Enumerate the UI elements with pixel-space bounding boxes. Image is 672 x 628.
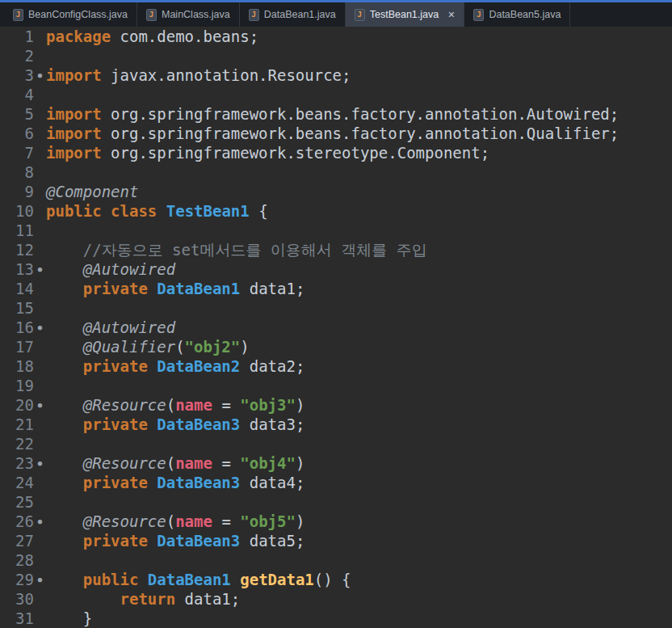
code-text: @Resource(name = "obj4") bbox=[46, 453, 672, 473]
code-line[interactable]: 31 } bbox=[0, 609, 672, 628]
code-line[interactable]: 21 private DataBean3 data3; bbox=[0, 415, 672, 434]
code-line[interactable]: 23● @Resource(name = "obj4") bbox=[0, 453, 672, 473]
line-number: 4 bbox=[0, 85, 34, 104]
code-text bbox=[46, 376, 672, 395]
line-number: 2 bbox=[0, 46, 34, 65]
tab-testbean1-java[interactable]: JTestBean1.java✕ bbox=[346, 2, 465, 27]
gutter-dot-icon[interactable]: ● bbox=[34, 395, 46, 415]
token-keyword: private bbox=[83, 415, 148, 433]
ide-window: JBeanConfigClass.javaJMainClass.javaJDat… bbox=[0, 0, 672, 628]
gutter-dot-icon[interactable]: ● bbox=[34, 512, 46, 531]
tab-databean5-java[interactable]: JDataBean5.java bbox=[464, 2, 570, 27]
code-line[interactable]: 18 private DataBean2 data2; bbox=[0, 356, 672, 376]
code-text bbox=[46, 162, 672, 182]
token-plain-text bbox=[46, 532, 83, 550]
code-text: @Component bbox=[46, 182, 672, 201]
code-editor[interactable]: 1package com.demo.beans;23●import javax.… bbox=[0, 27, 672, 628]
code-text: private DataBean3 data5; bbox=[46, 531, 672, 550]
tab-mainclass-java[interactable]: JMainClass.java bbox=[137, 2, 240, 27]
code-line[interactable]: 3●import javax.annotation.Resource; bbox=[0, 65, 672, 85]
code-line[interactable]: 14 private DataBean1 data1; bbox=[0, 279, 672, 298]
code-line[interactable]: 11 bbox=[0, 221, 672, 240]
token-plain-text: ) bbox=[296, 512, 304, 530]
token-plain-text: data5; bbox=[240, 532, 304, 550]
code-line[interactable]: 26● @Resource(name = "obj5") bbox=[0, 512, 672, 531]
code-line[interactable]: 5import org.springframework.beans.factor… bbox=[0, 104, 672, 124]
token-plain-text: data1; bbox=[175, 590, 240, 608]
line-number: 31 bbox=[0, 609, 34, 628]
code-text bbox=[46, 550, 672, 570]
code-line[interactable]: 12 //자동으로 set메서드를 이용해서 객체를 주입 bbox=[0, 240, 672, 259]
code-line[interactable]: 6import org.springframework.beans.factor… bbox=[0, 124, 672, 143]
token-plain-text: ( bbox=[166, 396, 175, 414]
gutter-spacer bbox=[34, 221, 46, 240]
token-plain-text bbox=[148, 474, 157, 491]
code-text: } bbox=[46, 609, 672, 628]
gutter-spacer bbox=[34, 415, 46, 434]
gutter-spacer bbox=[34, 550, 46, 570]
code-line[interactable]: 29● public DataBean1 getData1() { bbox=[0, 570, 672, 589]
tab-databean1-java[interactable]: JDataBean1.java bbox=[240, 2, 346, 27]
token-plain-text: javax.annotation.Resource; bbox=[102, 66, 351, 84]
token-plain-text: data1; bbox=[240, 280, 304, 297]
line-number: 1 bbox=[0, 27, 34, 46]
code-line[interactable]: 24 private DataBean3 data4; bbox=[0, 473, 672, 492]
token-annotation: @Component bbox=[46, 183, 138, 200]
line-number: 14 bbox=[0, 279, 34, 298]
token-annotation: @Resource bbox=[83, 454, 166, 472]
code-line[interactable]: 2 bbox=[0, 46, 672, 65]
code-line[interactable]: 13● @Autowired bbox=[0, 259, 672, 279]
code-line[interactable]: 25 bbox=[0, 492, 672, 512]
token-plain-text: ) bbox=[296, 396, 304, 414]
line-number: 26 bbox=[0, 512, 34, 531]
line-number: 13 bbox=[0, 259, 34, 279]
code-line[interactable]: 9@Component bbox=[0, 182, 672, 201]
code-line[interactable]: 17 @Qualifier("obj2") bbox=[0, 337, 672, 356]
code-text bbox=[46, 434, 672, 453]
code-line[interactable]: 27 private DataBean3 data5; bbox=[0, 531, 672, 550]
token-attr-name: name bbox=[175, 396, 212, 414]
code-line[interactable]: 4 bbox=[0, 85, 672, 104]
code-line[interactable]: 1package com.demo.beans; bbox=[0, 27, 672, 46]
code-line[interactable]: 30 return data1; bbox=[0, 589, 672, 609]
line-number: 12 bbox=[0, 240, 34, 259]
code-text bbox=[46, 492, 672, 512]
line-number: 20 bbox=[0, 395, 34, 415]
token-string-literal: "obj2" bbox=[185, 338, 241, 356]
token-keyword: import bbox=[46, 124, 102, 142]
code-line[interactable]: 19 bbox=[0, 376, 672, 395]
gutter-dot-icon[interactable]: ● bbox=[34, 570, 46, 589]
line-number: 11 bbox=[0, 221, 34, 240]
token-string-literal: "obj3" bbox=[240, 396, 296, 414]
token-plain-text: data3; bbox=[240, 415, 304, 433]
line-number: 24 bbox=[0, 473, 34, 492]
code-text: @Resource(name = "obj3") bbox=[46, 395, 672, 415]
code-line[interactable]: 10public class TestBean1 { bbox=[0, 201, 672, 221]
code-line[interactable]: 7import org.springframework.stereotype.C… bbox=[0, 143, 672, 162]
gutter-dot-icon[interactable]: ● bbox=[34, 259, 46, 279]
close-icon[interactable]: ✕ bbox=[447, 11, 455, 19]
tab-beanconfigclass-java[interactable]: JBeanConfigClass.java bbox=[4, 2, 137, 27]
line-number: 16 bbox=[0, 318, 34, 337]
gutter-dot-icon[interactable]: ● bbox=[34, 453, 46, 473]
token-plain-text bbox=[46, 318, 83, 336]
token-type-name: DataBean3 bbox=[157, 532, 240, 550]
code-line[interactable]: 15 bbox=[0, 298, 672, 318]
token-plain-text bbox=[46, 512, 83, 530]
code-line[interactable]: 22 bbox=[0, 434, 672, 453]
gutter-spacer bbox=[34, 473, 46, 492]
token-keyword: import bbox=[46, 105, 102, 123]
gutter-dot-icon[interactable]: ● bbox=[34, 318, 46, 337]
code-line[interactable]: 20● @Resource(name = "obj3") bbox=[0, 395, 672, 415]
code-text bbox=[46, 85, 672, 104]
gutter-dot-icon[interactable]: ● bbox=[34, 65, 46, 85]
code-line[interactable]: 28 bbox=[0, 550, 672, 570]
code-line[interactable]: 16● @Autowired bbox=[0, 318, 672, 337]
token-plain-text: ) bbox=[296, 454, 304, 472]
gutter-spacer bbox=[34, 240, 46, 259]
tab-label: DataBean1.java bbox=[264, 9, 336, 20]
gutter-spacer bbox=[34, 104, 46, 124]
code-line[interactable]: 8 bbox=[0, 162, 672, 182]
code-text: @Resource(name = "obj5") bbox=[46, 512, 672, 531]
tab-label: MainClass.java bbox=[162, 9, 230, 20]
